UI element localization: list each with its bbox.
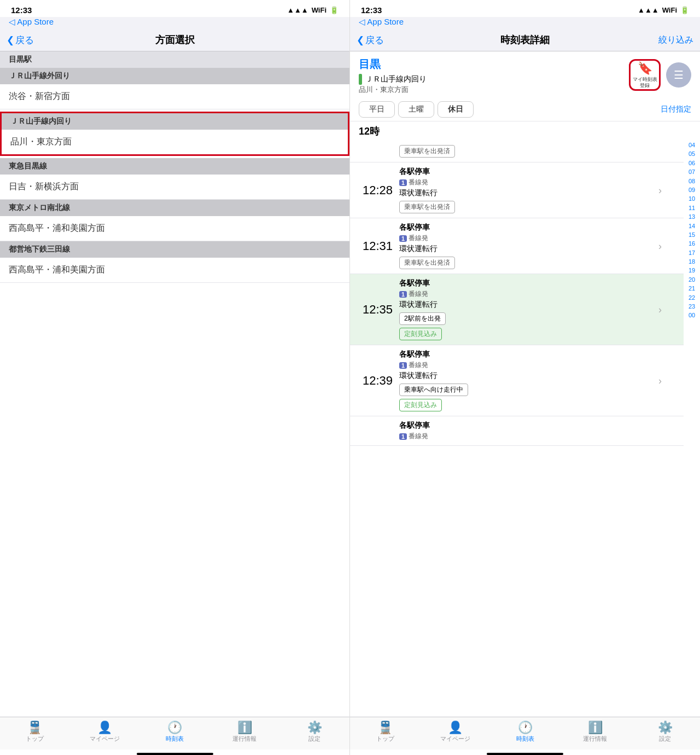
side-min-16[interactable]: 16 xyxy=(689,240,695,248)
status-icons-left: ▲▲▲ WiFi 🔋 xyxy=(287,6,339,14)
section-header-jr-inner: ＪＲ山手線内回り xyxy=(0,112,349,130)
side-min-17[interactable]: 17 xyxy=(689,249,695,257)
tab-top-right[interactable]: 🚆 トップ xyxy=(350,722,420,743)
side-min-08[interactable]: 08 xyxy=(689,177,695,185)
train-time-1228: 12:28 xyxy=(350,167,399,213)
battery-icon-right: 🔋 xyxy=(680,6,689,14)
app-store-back-right[interactable]: ◁ App Store xyxy=(359,17,404,26)
tab-saturday[interactable]: 土曜 xyxy=(398,101,434,118)
table-row-last[interactable]: 各駅停車 1 番線発 xyxy=(350,416,684,446)
train-type-1231: 各駅停車 xyxy=(399,223,667,233)
date-specify-button[interactable]: 日付指定 xyxy=(661,104,691,114)
side-min-04[interactable]: 04 xyxy=(689,141,695,149)
status-icons-right: ▲▲▲ WiFi 🔋 xyxy=(638,6,689,14)
side-min-18[interactable]: 18 xyxy=(689,258,695,266)
wifi-icon-right: WiFi xyxy=(662,6,677,14)
direction-text: 品川・東京方面 xyxy=(359,85,427,95)
train-info-1228: 各駅停車 1 番線発 環状運転行 乗車駅を出発済 xyxy=(399,167,684,213)
bookmark-icon: 🔖 xyxy=(638,61,652,76)
side-min-10[interactable]: 10 xyxy=(689,195,695,203)
app-store-back-left[interactable]: ◁ App Store xyxy=(9,17,54,26)
side-min-22[interactable]: 22 xyxy=(689,294,695,302)
side-min-14[interactable]: 14 xyxy=(689,222,695,230)
list-item-nishitakashimadaira-toei[interactable]: 西高島平・浦和美園方面 xyxy=(0,258,349,283)
status-tag-1235a: 2駅前を出発 xyxy=(399,312,446,325)
side-min-11[interactable]: 11 xyxy=(689,204,695,212)
side-min-09[interactable]: 09 xyxy=(689,186,695,194)
tab-settings-icon-left: ⚙️ xyxy=(307,722,322,734)
section-header-tokyu: 東急目黒線 xyxy=(0,158,349,175)
train-type-1235: 各駅停車 xyxy=(399,278,667,288)
side-min-15[interactable]: 15 xyxy=(689,231,695,239)
train-badge-last: 1 番線発 xyxy=(399,432,667,441)
tab-settings-left[interactable]: ⚙️ 設定 xyxy=(279,722,349,743)
status-tag-0: 乗車駅を出発済 xyxy=(399,145,455,158)
right-phone: 12:33 ▲▲▲ WiFi 🔋 ◁ App Store ❮ 戻る 時刻表詳細 … xyxy=(350,0,700,755)
tab-weekday[interactable]: 平日 xyxy=(359,101,395,118)
status-bar-left: 12:33 ▲▲▲ WiFi 🔋 xyxy=(0,0,349,17)
station-header: 目黒 ＪＲ山手線内回り 品川・東京方面 🔖 マイ時刻表登録 ☰ xyxy=(350,51,700,98)
list-view-icon: ☰ xyxy=(674,68,684,82)
tab-service-right[interactable]: ℹ️ 運行情報 xyxy=(560,722,630,743)
train-name-1235: 環状運転行 xyxy=(399,300,667,310)
table-row[interactable]: 乗車駅を出発済 xyxy=(350,139,684,162)
status-tag-1239a: 乗車駅へ向け走行中 xyxy=(399,384,468,396)
side-min-21[interactable]: 21 xyxy=(689,284,695,293)
list-item-shinagawa-highlighted[interactable]: 品川・東京方面 xyxy=(0,130,349,156)
train-list-wrap: 乗車駅を出発済 12:28 各駅停車 1 番線発 環状運転行 乗 xyxy=(350,139,700,717)
home-indicator-right xyxy=(487,753,563,755)
tab-timetable-icon-right: 🕐 xyxy=(518,722,533,734)
battery-icon: 🔋 xyxy=(330,6,339,14)
tab-mypage-right[interactable]: 👤 マイページ xyxy=(420,722,490,743)
table-row-1239[interactable]: 12:39 各駅停車 1 番線発 環状運転行 乗車駅へ向け走行中 定刻見込み xyxy=(350,345,684,416)
section-header-meguro: 目黒駅 xyxy=(0,51,349,68)
list-view-button[interactable]: ☰ xyxy=(666,62,691,88)
status-bar-right: 12:33 ▲▲▲ WiFi 🔋 xyxy=(350,0,700,17)
filter-button[interactable]: 絞り込み xyxy=(658,34,693,46)
tab-timetable-label-right: 時刻表 xyxy=(516,735,534,743)
tab-holiday[interactable]: 休日 xyxy=(438,101,474,118)
table-row-1235[interactable]: 12:35 各駅停車 1 番線発 環状運転行 2駅前を出発 定刻見込み xyxy=(350,274,684,345)
page-title-left: 方面選択 xyxy=(155,33,195,47)
side-min-05[interactable]: 05 xyxy=(689,150,695,158)
tab-top-label-left: トップ xyxy=(26,735,44,743)
tab-mypage-label-right: マイページ xyxy=(440,735,470,743)
tab-service-icon-left: ℹ️ xyxy=(237,722,252,734)
side-min-00[interactable]: 00 xyxy=(689,311,695,320)
side-min-20[interactable]: 20 xyxy=(689,276,695,284)
train-type-1239: 各駅停車 xyxy=(399,350,667,359)
tab-top-left[interactable]: 🚆 トップ xyxy=(0,722,70,743)
tab-mypage-icon-left: 👤 xyxy=(97,722,112,734)
left-phone: 12:33 ▲▲▲ WiFi 🔋 ◁ App Store ❮ 戻る 方面選択 目… xyxy=(0,0,350,755)
tab-mypage-left[interactable]: 👤 マイページ xyxy=(70,722,140,743)
time-right: 12:33 xyxy=(361,5,382,15)
bookmark-button[interactable]: 🔖 マイ時刻表登録 xyxy=(629,59,661,91)
train-type-last: 各駅停車 xyxy=(399,421,667,431)
side-min-07[interactable]: 07 xyxy=(689,168,695,176)
back-button-right[interactable]: ❮ 戻る xyxy=(357,34,384,47)
chevron-1239: › xyxy=(658,375,662,386)
tab-settings-right[interactable]: ⚙️ 設定 xyxy=(630,722,700,743)
train-badge-1228: 1 番線発 xyxy=(399,178,667,187)
app-store-bar-right: ◁ App Store xyxy=(350,17,700,29)
back-button-left[interactable]: ❮ 戻る xyxy=(7,34,34,47)
train-badge-1235: 1 番線発 xyxy=(399,289,667,299)
list-item-shibuya[interactable]: 渋谷・新宿方面 xyxy=(0,84,349,109)
side-min-23[interactable]: 23 xyxy=(689,303,695,311)
signal-icon: ▲▲▲ xyxy=(287,6,308,14)
table-row-1231[interactable]: 12:31 各駅停車 1 番線発 環状運転行 乗車駅を出発済 › xyxy=(350,218,684,274)
tab-service-left[interactable]: ℹ️ 運行情報 xyxy=(209,722,279,743)
side-min-06[interactable]: 06 xyxy=(689,159,695,167)
tab-top-icon-left: 🚆 xyxy=(27,722,42,734)
side-min-13[interactable]: 13 xyxy=(689,213,695,221)
tab-timetable-right[interactable]: 🕐 時刻表 xyxy=(490,722,560,743)
side-min-19[interactable]: 19 xyxy=(689,266,695,275)
train-info-0: 乗車駅を出発済 xyxy=(399,143,684,158)
tab-settings-icon-right: ⚙️ xyxy=(658,722,673,734)
table-row-1228[interactable]: 12:28 各駅停車 1 番線発 環状運転行 乗車駅を出発済 › xyxy=(350,162,684,218)
train-time-1239: 12:39 xyxy=(350,350,399,411)
day-tabs: 平日 土曜 休日 日付指定 xyxy=(350,98,700,121)
list-item-nishitakashimadaira-metro[interactable]: 西高島平・浦和美園方面 xyxy=(0,216,349,241)
tab-timetable-left[interactable]: 🕐 時刻表 xyxy=(140,722,210,743)
list-item-hiyoshi[interactable]: 日吉・新横浜方面 xyxy=(0,175,349,200)
